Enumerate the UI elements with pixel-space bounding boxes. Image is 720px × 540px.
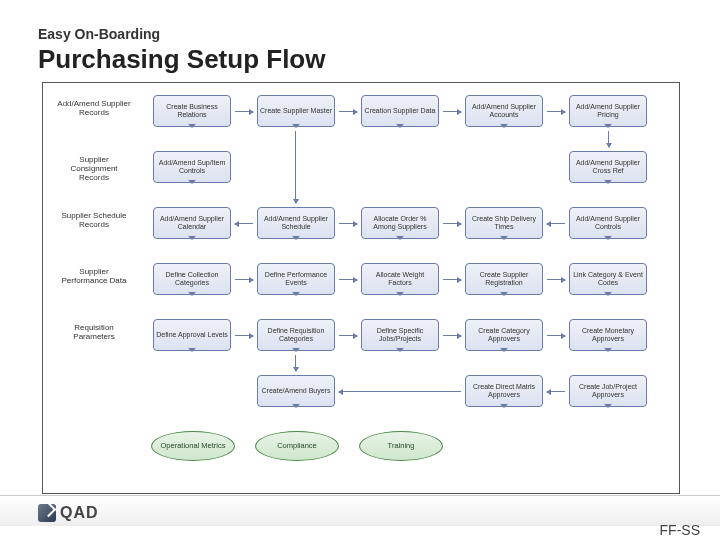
box-r1c4: Add/Amend Supplier Cross Ref	[569, 151, 647, 183]
box-r0c2: Creation Supplier Data	[361, 95, 439, 127]
rowlabel-2: Supplier Schedule Records	[57, 211, 131, 229]
arrow-icon	[547, 111, 565, 112]
chevron-down-icon	[604, 236, 612, 240]
chevron-down-icon	[604, 180, 612, 184]
chevron-down-icon	[292, 292, 300, 296]
arrow-icon	[443, 111, 461, 112]
arrow-icon	[235, 223, 253, 224]
chevron-down-icon	[188, 124, 196, 128]
rowlabel-0: Add/Amend Supplier Records	[57, 99, 131, 117]
arrow-icon	[235, 111, 253, 112]
box-r4c1: Define Requisition Categories	[257, 319, 335, 351]
box-r2c4: Add/Amend Supplier Controls	[569, 207, 647, 239]
box-r3c0: Define Collection Categories	[153, 263, 231, 295]
arrow-icon	[339, 335, 357, 336]
rowlabel-1: Supplier Consignment Records	[57, 155, 131, 183]
chevron-down-icon	[604, 348, 612, 352]
logo-text: QAD	[60, 504, 99, 522]
footer-bar	[0, 495, 720, 526]
box-r4c3: Create Category Approvers	[465, 319, 543, 351]
rowlabel-4: Requisition Parameters	[57, 323, 131, 341]
chevron-down-icon	[188, 292, 196, 296]
slide-subtitle: Easy On-Boarding	[38, 26, 160, 42]
chevron-down-icon	[188, 348, 196, 352]
arrow-icon	[339, 391, 461, 392]
chevron-down-icon	[500, 292, 508, 296]
chevron-down-icon	[188, 236, 196, 240]
arrow-icon	[295, 355, 296, 371]
arrow-icon	[295, 131, 296, 203]
box-r0c0: Create Business Relations	[153, 95, 231, 127]
arrow-icon	[339, 279, 357, 280]
arrow-icon	[235, 279, 253, 280]
oval-operational: Operational Metrics	[151, 431, 235, 461]
chevron-down-icon	[500, 236, 508, 240]
arrow-icon	[235, 335, 253, 336]
box-r5c3: Create Direct Matrls Approvers	[465, 375, 543, 407]
chevron-down-icon	[396, 348, 404, 352]
chevron-down-icon	[604, 124, 612, 128]
chevron-down-icon	[604, 404, 612, 408]
box-r2c0: Add/Amend Supplier Calendar	[153, 207, 231, 239]
oval-training: Training	[359, 431, 443, 461]
arrow-icon	[443, 335, 461, 336]
rowlabel-3: Supplier Performance Data	[57, 267, 131, 285]
slide-code: FF-SS	[660, 522, 700, 538]
box-r5c4: Create Job/Project Approvers	[569, 375, 647, 407]
arrow-icon	[547, 279, 565, 280]
box-r5c1: Create/Amend Buyers	[257, 375, 335, 407]
arrow-icon	[339, 223, 357, 224]
arrow-icon	[547, 391, 565, 392]
chevron-down-icon	[292, 348, 300, 352]
arrow-icon	[339, 111, 357, 112]
chevron-down-icon	[292, 404, 300, 408]
chevron-down-icon	[292, 236, 300, 240]
box-r0c4: Add/Amend Supplier Pricing	[569, 95, 647, 127]
flow-diagram: Add/Amend Supplier Records Supplier Cons…	[42, 82, 680, 494]
arrow-icon	[547, 223, 565, 224]
chevron-down-icon	[292, 124, 300, 128]
box-r2c2: Allocate Order % Among Suppliers	[361, 207, 439, 239]
box-r2c1: Add/Amend Supplier Schedule	[257, 207, 335, 239]
box-r4c2: Define Specific Jobs/Projects	[361, 319, 439, 351]
arrow-icon	[547, 335, 565, 336]
chevron-down-icon	[500, 348, 508, 352]
box-r4c4: Create Monetary Approvers	[569, 319, 647, 351]
box-r3c1: Define Performance Events	[257, 263, 335, 295]
arrow-icon	[443, 279, 461, 280]
box-r3c2: Allocate Weight Factors	[361, 263, 439, 295]
box-r2c3: Create Ship Delivery Times	[465, 207, 543, 239]
oval-compliance: Compliance	[255, 431, 339, 461]
slide: Easy On-Boarding Purchasing Setup Flow A…	[0, 0, 720, 540]
arrow-icon	[443, 223, 461, 224]
chevron-down-icon	[396, 292, 404, 296]
box-r0c3: Add/Amend Supplier Accounts	[465, 95, 543, 127]
chevron-down-icon	[500, 124, 508, 128]
box-r4c0: Define Approval Levels	[153, 319, 231, 351]
box-r3c3: Create Supplier Registration	[465, 263, 543, 295]
slide-title: Purchasing Setup Flow	[38, 44, 325, 75]
arrow-icon	[608, 131, 609, 147]
chevron-down-icon	[396, 124, 404, 128]
box-r1c0: Add/Amend Sup/Item Controls	[153, 151, 231, 183]
logo: QAD	[38, 504, 99, 522]
chevron-down-icon	[604, 292, 612, 296]
qad-logo-icon	[38, 504, 56, 522]
chevron-down-icon	[396, 236, 404, 240]
chevron-down-icon	[500, 404, 508, 408]
box-r3c4: Link Category & Event Codes	[569, 263, 647, 295]
box-r0c1: Create Supplier Master	[257, 95, 335, 127]
chevron-down-icon	[188, 180, 196, 184]
